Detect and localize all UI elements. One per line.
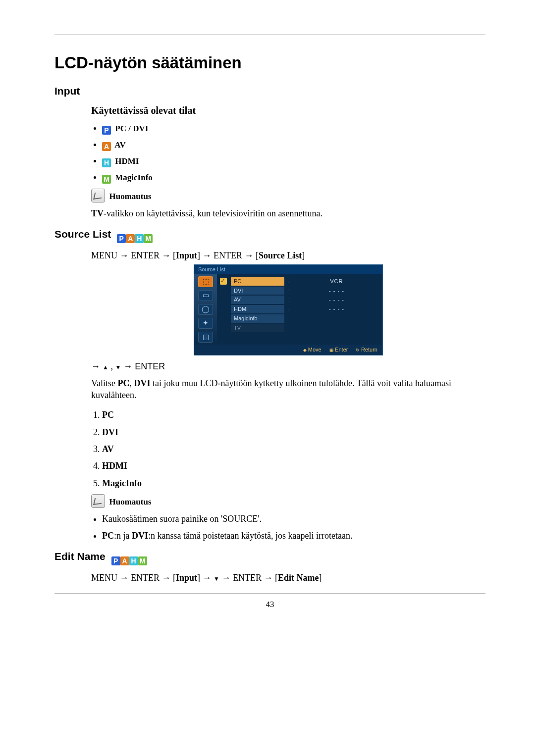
osd-side-icon: ◯	[198, 304, 213, 315]
note-seg: :n ja	[114, 531, 132, 541]
osd-label: PC	[231, 277, 284, 286]
osd-row: PC : VCR	[220, 277, 379, 286]
mode-h-icon: H	[135, 234, 144, 243]
osd-row: MagicInfo	[220, 314, 379, 323]
list-item: PC	[102, 409, 485, 421]
osd-row: AV : - - - -	[220, 296, 379, 304]
mode-pc-dvi: P PC / DVI	[102, 123, 485, 135]
mode-m-icon: M	[138, 556, 147, 565]
path-bold: Input	[176, 573, 197, 583]
osd-row: DVI : - - - -	[220, 287, 379, 295]
osd-side-icon: ▤	[198, 332, 213, 343]
mode-p-icon: P	[102, 126, 111, 135]
note-label: Huomautus	[109, 192, 152, 201]
note-block-2: Huomautus	[91, 494, 485, 508]
mode-a-icon: A	[120, 556, 129, 565]
osd-label: DVI	[231, 287, 284, 295]
osd-dots: :	[288, 297, 290, 303]
osd-dots: :	[288, 278, 290, 285]
menu-path: MENU → ENTER → [Input] → ENTER → [Source…	[91, 250, 485, 261]
section-heading-sourcelist: Source List PAHM	[54, 227, 485, 243]
para-seg: ,	[130, 378, 134, 388]
note-item: PC:n ja DVI:n kanssa tämä poistetaan käy…	[102, 530, 485, 542]
item-label: MagicInfo	[102, 478, 142, 488]
path-seg: MENU → ENTER → [	[91, 251, 176, 260]
page-number: 43	[54, 599, 485, 610]
para-bold: PC	[118, 378, 130, 388]
heading-text: Source List	[54, 228, 111, 240]
list-item: AV	[102, 443, 485, 455]
osd-label: AV	[231, 296, 284, 304]
top-rule	[54, 35, 485, 35]
list-item: MagicInfo	[102, 477, 485, 489]
list-item: HDMI	[102, 460, 485, 472]
mode-strip: PAHM	[117, 229, 153, 243]
bottom-rule	[54, 594, 485, 594]
osd-footer-return: Return	[356, 346, 377, 353]
osd-value: - - - -	[294, 287, 379, 295]
osd-footer: Move Enter Return	[194, 345, 382, 355]
para-bold: DVI	[134, 378, 151, 388]
osd-main: PC : VCR DVI : - - - - AV : - - -	[217, 274, 382, 345]
osd-side-input-icon: ⬚	[198, 276, 213, 287]
note-label: Huomautus	[109, 497, 152, 506]
list-item: DVI	[102, 426, 485, 438]
osd-screenshot: Source List ⬚ ▭ ◯ ✦ ▤ PC : VCR	[194, 264, 383, 355]
path-seg: ]	[302, 251, 305, 260]
note-text: TV-valikko on käytettävissä, kun televis…	[91, 207, 485, 219]
section-heading-editname: Edit Name PAHM	[54, 550, 485, 565]
mode-hdmi: H HDMI	[102, 156, 485, 167]
mode-label: AV	[114, 140, 125, 150]
note-icon	[91, 189, 105, 202]
triangle-up-icon	[103, 361, 108, 371]
mode-h-icon: H	[102, 158, 111, 167]
osd-sidebar: ⬚ ▭ ◯ ✦ ▤	[194, 274, 217, 345]
note-item: Kaukosäätimen suora painike on 'SOURCE'.	[102, 513, 485, 525]
mode-m-icon: M	[102, 175, 111, 184]
osd-label: TV	[231, 324, 284, 332]
osd-dots: :	[288, 306, 290, 313]
osd-footer-enter: Enter	[329, 346, 348, 353]
osd-value: VCR	[294, 278, 379, 285]
section-heading-input: Input	[54, 84, 485, 98]
mode-strip: PAHM	[111, 552, 147, 565]
mode-av: A AV	[102, 140, 485, 151]
note-bullets: Kaukosäätimen suora painike on 'SOURCE'.…	[91, 513, 485, 542]
note-rest: -valikko on käytettävissä, kun televisio…	[104, 208, 322, 218]
post-arrows: → , → ENTER	[91, 360, 485, 372]
triangle-down-icon	[214, 573, 219, 583]
note-bold: TV	[91, 208, 104, 218]
mode-a-icon: A	[126, 234, 135, 243]
osd-value: - - - -	[294, 305, 379, 313]
mode-list: P PC / DVI A AV H HDMI M MagicInfo	[91, 123, 485, 184]
note-bold: DVI	[132, 531, 148, 541]
osd-row: TV	[220, 324, 379, 332]
note-icon	[91, 494, 105, 508]
note-bold: PC	[102, 531, 114, 541]
mode-label: PC / DVI	[115, 124, 148, 133]
osd-label: MagicInfo	[231, 314, 284, 323]
path-seg: → ENTER → [	[219, 573, 278, 583]
sourcelist-block: MENU → ENTER → [Input] → ENTER → [Source…	[91, 250, 485, 372]
osd-side-icon: ✦	[198, 318, 213, 329]
subheading-modes: Käytettävissä olevat tilat	[91, 104, 485, 117]
path-seg: ] → ENTER → [	[197, 251, 259, 260]
editname-path: MENU → ENTER → [Input] → → ENTER → [Edit…	[91, 572, 485, 584]
page-title: LCD-näytön säätäminen	[54, 52, 485, 74]
mode-magicinfo: M MagicInfo	[102, 172, 485, 184]
path-bold: Input	[176, 251, 197, 260]
item-label: HDMI	[102, 461, 127, 471]
osd-footer-move: Move	[303, 346, 321, 353]
path-bold: Source List	[259, 251, 302, 260]
item-label: AV	[102, 444, 114, 454]
osd-row: HDMI : - - - -	[220, 305, 379, 313]
osd-side-icon: ▭	[198, 290, 213, 301]
document-page: LCD-näytön säätäminen Input Käytettäviss…	[0, 0, 535, 756]
heading-text: Edit Name	[54, 551, 106, 562]
ordered-sources: PC DVI AV HDMI MagicInfo	[91, 409, 485, 489]
mode-h-icon: H	[129, 556, 138, 565]
note-seg: :n kanssa tämä poistetaan käytöstä, jos …	[148, 531, 352, 541]
osd-value: - - - -	[294, 296, 379, 303]
mode-p-icon: P	[111, 556, 120, 565]
mode-p-icon: P	[117, 234, 126, 243]
